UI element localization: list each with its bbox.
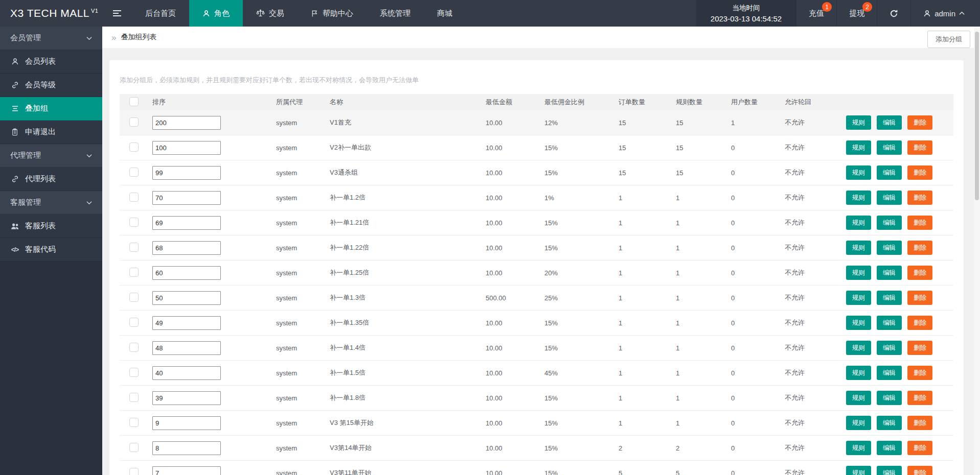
- nav-item-dashboard[interactable]: 后台首页: [132, 0, 189, 27]
- edit-button[interactable]: 编辑: [877, 316, 902, 330]
- edit-button[interactable]: 编辑: [877, 191, 902, 205]
- edit-button[interactable]: 编辑: [877, 266, 902, 280]
- row-checkbox[interactable]: [129, 443, 139, 452]
- delete-button[interactable]: 删除: [907, 115, 932, 130]
- row-checkbox[interactable]: [129, 468, 139, 475]
- rule-button[interactable]: 规则: [846, 466, 871, 475]
- rule-button[interactable]: 规则: [846, 140, 871, 155]
- rule-button[interactable]: 规则: [846, 266, 871, 280]
- rule-button[interactable]: 规则: [846, 241, 871, 255]
- nav-item-trade[interactable]: 交易: [243, 0, 298, 27]
- sidebar-item-service-list[interactable]: 客服列表: [0, 215, 102, 238]
- row-checkbox[interactable]: [129, 318, 139, 327]
- sidebar-item-service-code[interactable]: </> 客服代码: [0, 238, 102, 262]
- sort-input[interactable]: [152, 241, 221, 255]
- sidebar-item-member-level[interactable]: 会员等级: [0, 74, 102, 97]
- edit-button[interactable]: 编辑: [877, 391, 902, 405]
- rule-button[interactable]: 规则: [846, 191, 871, 205]
- delete-button[interactable]: 删除: [907, 191, 932, 205]
- delete-button[interactable]: 删除: [907, 416, 932, 430]
- delete-button[interactable]: 删除: [907, 341, 932, 355]
- sort-input[interactable]: [152, 366, 221, 380]
- sidebar-section-service-management[interactable]: 客服管理: [0, 191, 102, 215]
- sort-input[interactable]: [152, 391, 221, 405]
- sort-input[interactable]: [152, 141, 221, 155]
- add-group-button[interactable]: 添加分组: [927, 31, 970, 48]
- sort-input[interactable]: [152, 166, 221, 180]
- delete-button[interactable]: 删除: [907, 266, 932, 280]
- sidebar-item-exit-request[interactable]: 申请退出: [0, 121, 102, 144]
- rule-button[interactable]: 规则: [846, 316, 871, 330]
- vertical-scrollbar[interactable]: [974, 27, 980, 475]
- sort-input[interactable]: [152, 341, 221, 355]
- rule-button[interactable]: 规则: [846, 165, 871, 180]
- edit-button[interactable]: 编辑: [877, 140, 902, 155]
- rule-button[interactable]: 规则: [846, 341, 871, 355]
- sort-input[interactable]: [152, 316, 221, 330]
- nav-item-roles[interactable]: 角色: [189, 0, 243, 27]
- delete-button[interactable]: 删除: [907, 391, 932, 405]
- delete-button[interactable]: 删除: [907, 366, 932, 380]
- edit-button[interactable]: 编辑: [877, 241, 902, 255]
- sidebar-section-member-management[interactable]: 会员管理: [0, 27, 102, 50]
- rule-button[interactable]: 规则: [846, 291, 871, 305]
- delete-button[interactable]: 删除: [907, 291, 932, 305]
- sort-input[interactable]: [152, 116, 221, 130]
- rule-button[interactable]: 规则: [846, 391, 871, 405]
- edit-button[interactable]: 编辑: [877, 216, 902, 230]
- refresh-button[interactable]: [877, 0, 910, 27]
- sort-input[interactable]: [152, 216, 221, 230]
- row-checkbox[interactable]: [129, 393, 139, 402]
- delete-button[interactable]: 删除: [907, 165, 932, 180]
- sidebar-item-stack-group[interactable]: 叠加组: [0, 97, 102, 121]
- row-checkbox[interactable]: [129, 193, 139, 202]
- nav-item-help-center[interactable]: 帮助中心: [298, 0, 367, 27]
- delete-button[interactable]: 删除: [907, 216, 932, 230]
- recharge-button[interactable]: 充值 1: [796, 0, 836, 27]
- edit-button[interactable]: 编辑: [877, 165, 902, 180]
- sidebar-item-member-list[interactable]: 会员列表: [0, 50, 102, 74]
- row-checkbox[interactable]: [129, 268, 139, 277]
- admin-menu[interactable]: admin: [910, 0, 980, 27]
- rule-button[interactable]: 规则: [846, 216, 871, 230]
- edit-button[interactable]: 编辑: [877, 291, 902, 305]
- sidebar-section-agent-management[interactable]: 代理管理: [0, 144, 102, 168]
- rule-button[interactable]: 规则: [846, 366, 871, 380]
- edit-button[interactable]: 编辑: [877, 466, 902, 475]
- sort-input[interactable]: [152, 266, 221, 280]
- scrollbar-thumb[interactable]: [975, 32, 979, 200]
- row-checkbox[interactable]: [129, 117, 139, 127]
- delete-button[interactable]: 删除: [907, 140, 932, 155]
- sort-input[interactable]: [152, 466, 221, 475]
- row-checkbox[interactable]: [129, 142, 139, 152]
- rule-button[interactable]: 规则: [846, 115, 871, 130]
- select-all-checkbox[interactable]: [129, 97, 139, 106]
- nav-item-mall[interactable]: 商城: [424, 0, 466, 27]
- edit-button[interactable]: 编辑: [877, 115, 902, 130]
- row-checkbox[interactable]: [129, 168, 139, 177]
- edit-button[interactable]: 编辑: [877, 416, 902, 430]
- row-checkbox[interactable]: [129, 418, 139, 427]
- edit-button[interactable]: 编辑: [877, 341, 902, 355]
- delete-button[interactable]: 删除: [907, 441, 932, 455]
- row-checkbox[interactable]: [129, 343, 139, 352]
- sort-input[interactable]: [152, 291, 221, 305]
- row-checkbox[interactable]: [129, 368, 139, 377]
- delete-button[interactable]: 删除: [907, 241, 932, 255]
- edit-button[interactable]: 编辑: [877, 366, 902, 380]
- withdraw-button[interactable]: 提现 2: [836, 0, 877, 27]
- sort-input[interactable]: [152, 441, 221, 455]
- delete-button[interactable]: 删除: [907, 316, 932, 330]
- sort-input[interactable]: [152, 416, 221, 430]
- delete-button[interactable]: 删除: [907, 466, 932, 475]
- row-checkbox[interactable]: [129, 218, 139, 227]
- row-checkbox[interactable]: [129, 293, 139, 302]
- sort-input[interactable]: [152, 191, 221, 205]
- rule-button[interactable]: 规则: [846, 441, 871, 455]
- edit-button[interactable]: 编辑: [877, 441, 902, 455]
- rule-button[interactable]: 规则: [846, 416, 871, 430]
- sidebar-toggle-button[interactable]: [102, 0, 132, 27]
- sidebar-item-agent-list[interactable]: 代理列表: [0, 168, 102, 191]
- row-checkbox[interactable]: [129, 243, 139, 252]
- nav-item-system[interactable]: 系统管理: [367, 0, 424, 27]
